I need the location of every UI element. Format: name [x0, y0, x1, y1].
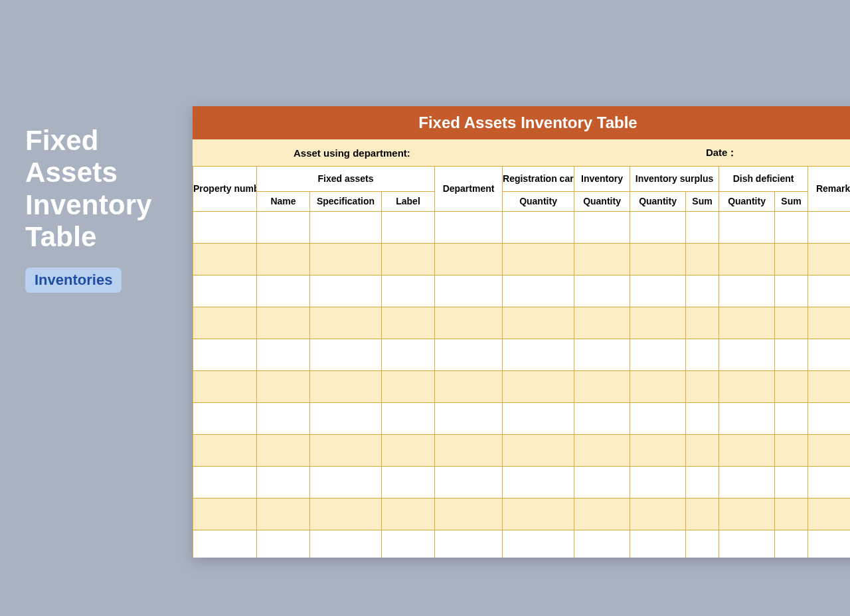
table-cell[interactable] [435, 244, 503, 275]
table-cell[interactable] [382, 435, 435, 467]
table-cell[interactable] [503, 499, 574, 530]
table-cell[interactable] [808, 307, 850, 339]
table-cell[interactable] [193, 212, 257, 244]
table-cell[interactable] [719, 307, 775, 339]
table-cell[interactable] [719, 467, 775, 499]
table-cell[interactable] [719, 435, 775, 467]
table-cell[interactable] [775, 339, 808, 371]
table-cell[interactable] [775, 467, 808, 499]
table-cell[interactable] [382, 244, 435, 275]
table-cell[interactable] [686, 435, 719, 467]
table-cell[interactable] [435, 212, 503, 244]
table-cell[interactable] [193, 339, 257, 371]
table-cell[interactable] [193, 467, 257, 499]
table-cell[interactable] [574, 467, 630, 499]
table-cell[interactable] [630, 275, 686, 307]
table-cell[interactable] [686, 499, 719, 530]
table-cell[interactable] [503, 467, 574, 499]
table-cell[interactable] [630, 403, 686, 435]
table-cell[interactable] [310, 371, 382, 403]
table-cell[interactable] [435, 307, 503, 339]
table-cell[interactable] [630, 530, 686, 558]
table-cell[interactable] [719, 403, 775, 435]
table-cell[interactable] [435, 371, 503, 403]
table-cell[interactable] [382, 371, 435, 403]
table-cell[interactable] [630, 339, 686, 371]
table-cell[interactable] [257, 275, 310, 307]
table-cell[interactable] [435, 403, 503, 435]
table-cell[interactable] [686, 339, 719, 371]
table-cell[interactable] [257, 530, 310, 558]
table-cell[interactable] [503, 435, 574, 467]
table-cell[interactable] [503, 403, 574, 435]
table-cell[interactable] [503, 371, 574, 403]
table-cell[interactable] [775, 530, 808, 558]
table-cell[interactable] [686, 371, 719, 403]
table-cell[interactable] [574, 435, 630, 467]
table-cell[interactable] [503, 530, 574, 558]
table-cell[interactable] [574, 530, 630, 558]
table-cell[interactable] [435, 275, 503, 307]
table-cell[interactable] [503, 339, 574, 371]
table-cell[interactable] [630, 435, 686, 467]
table-cell[interactable] [808, 212, 850, 244]
table-cell[interactable] [775, 307, 808, 339]
table-cell[interactable] [808, 371, 850, 403]
table-cell[interactable] [808, 530, 850, 558]
table-cell[interactable] [630, 307, 686, 339]
table-cell[interactable] [686, 530, 719, 558]
table-cell[interactable] [503, 307, 574, 339]
table-cell[interactable] [574, 307, 630, 339]
table-cell[interactable] [686, 275, 719, 307]
table-cell[interactable] [310, 467, 382, 499]
table-cell[interactable] [775, 212, 808, 244]
table-cell[interactable] [193, 244, 257, 275]
table-cell[interactable] [382, 530, 435, 558]
table-cell[interactable] [435, 467, 503, 499]
table-cell[interactable] [719, 530, 775, 558]
table-cell[interactable] [310, 403, 382, 435]
table-cell[interactable] [310, 275, 382, 307]
table-cell[interactable] [808, 467, 850, 499]
table-cell[interactable] [257, 499, 310, 530]
table-cell[interactable] [310, 339, 382, 371]
table-cell[interactable] [193, 403, 257, 435]
table-cell[interactable] [686, 244, 719, 275]
table-cell[interactable] [257, 371, 310, 403]
table-cell[interactable] [808, 403, 850, 435]
table-cell[interactable] [382, 339, 435, 371]
table-cell[interactable] [630, 371, 686, 403]
table-cell[interactable] [257, 403, 310, 435]
table-cell[interactable] [193, 307, 257, 339]
table-cell[interactable] [382, 403, 435, 435]
table-cell[interactable] [574, 275, 630, 307]
table-cell[interactable] [775, 403, 808, 435]
table-cell[interactable] [503, 212, 574, 244]
table-cell[interactable] [574, 403, 630, 435]
table-cell[interactable] [719, 371, 775, 403]
table-cell[interactable] [382, 467, 435, 499]
category-tag[interactable]: Inventories [25, 268, 122, 293]
table-cell[interactable] [310, 244, 382, 275]
table-cell[interactable] [435, 499, 503, 530]
table-cell[interactable] [193, 371, 257, 403]
table-cell[interactable] [686, 467, 719, 499]
table-cell[interactable] [382, 275, 435, 307]
table-cell[interactable] [193, 530, 257, 558]
table-cell[interactable] [503, 275, 574, 307]
table-cell[interactable] [686, 403, 719, 435]
table-cell[interactable] [630, 212, 686, 244]
table-cell[interactable] [574, 371, 630, 403]
table-cell[interactable] [574, 499, 630, 530]
table-cell[interactable] [310, 499, 382, 530]
table-cell[interactable] [808, 435, 850, 467]
table-cell[interactable] [686, 307, 719, 339]
table-cell[interactable] [775, 499, 808, 530]
table-cell[interactable] [257, 307, 310, 339]
table-cell[interactable] [808, 244, 850, 275]
table-cell[interactable] [775, 244, 808, 275]
table-cell[interactable] [630, 499, 686, 530]
table-cell[interactable] [686, 212, 719, 244]
table-cell[interactable] [257, 339, 310, 371]
table-cell[interactable] [310, 212, 382, 244]
